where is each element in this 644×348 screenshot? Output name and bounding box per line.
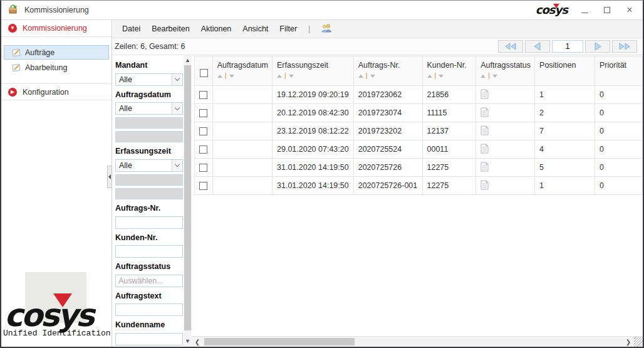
scroll-right-icon[interactable]: ❯ — [624, 337, 633, 347]
sidebar-item-auftraege[interactable]: Aufträge — [4, 45, 109, 60]
menu-aktionen[interactable]: Aktionen — [201, 24, 232, 33]
first-page-button[interactable] — [498, 40, 523, 53]
cell-auftrags_nr: 2020725524 — [353, 140, 422, 159]
row-checkbox[interactable] — [199, 109, 207, 117]
sort-desc-icon[interactable] — [370, 75, 375, 78]
sort-control[interactable]: | — [427, 73, 472, 79]
table-row[interactable]: 20.12.2019 08:42:30201972307411115 20 — [195, 104, 643, 122]
cell-auftrags_nr: 2019723202 — [353, 122, 422, 140]
sort-control[interactable]: | — [217, 73, 268, 79]
menu-ansicht[interactable]: Ansicht — [242, 24, 268, 33]
kunden-nr-input[interactable] — [115, 245, 183, 258]
sort-asc-icon[interactable] — [358, 75, 363, 78]
select-all-checkbox[interactable] — [200, 69, 208, 77]
table-h-scrollbar[interactable]: ❮ ❯ — [192, 336, 643, 347]
column-header-auftragsstatus[interactable]: Auftragsstatus | — [476, 56, 535, 86]
column-header-prioritaet[interactable]: Priorität — [595, 56, 643, 86]
scroll-up-icon[interactable]: ▲ — [184, 56, 192, 65]
table-row[interactable]: 31.01.2020 14:19:502020725726-00112275 1… — [195, 177, 643, 195]
next-page-button[interactable] — [585, 40, 610, 53]
chevron-down-icon[interactable] — [172, 103, 182, 114]
column-label: Kunden-Nr. — [427, 61, 472, 70]
sort-asc-icon[interactable] — [480, 75, 486, 78]
sort-desc-icon[interactable] — [492, 75, 497, 78]
window-title: Kommissionierung — [24, 6, 89, 14]
scrollbar-thumb[interactable] — [204, 338, 355, 345]
sort-control[interactable]: | — [277, 73, 350, 79]
auftragsdatum-from-field — [115, 117, 183, 129]
cell-auftrags_nr: 2020725726-001 — [353, 177, 422, 195]
cosys-logo-small: cosys — [536, 4, 568, 16]
auftragstext-input[interactable] — [115, 303, 183, 316]
maximize-button[interactable] — [601, 6, 613, 14]
row-checkbox[interactable] — [199, 182, 207, 190]
sort-asc-icon[interactable] — [277, 75, 282, 78]
column-header-auftragsdatum[interactable]: Auftragsdatum | — [212, 56, 272, 86]
row-checkbox[interactable] — [199, 145, 207, 154]
row-checkbox[interactable] — [199, 164, 207, 172]
sort-separator: | — [488, 72, 490, 79]
users-icon[interactable] — [321, 23, 332, 34]
cell-erfassungszeit: 23.12.2019 08:12:22 — [273, 122, 354, 140]
menubar: Datei Bearbeiten Aktionen Ansicht Filter… — [113, 20, 643, 38]
prev-page-button[interactable] — [525, 40, 550, 53]
column-header-kunden_nr[interactable]: Kunden-Nr. | — [422, 56, 476, 86]
filter-label-kundenname: Kundenname — [115, 320, 183, 330]
cell-auftragsstatus — [476, 86, 535, 104]
sidebar-item-abarbeitung[interactable]: Abarbeitung — [4, 60, 109, 75]
sidebar-collapse-handle[interactable] — [107, 166, 112, 188]
titlebar: Kommissionierung cosys × — [1, 1, 643, 20]
mandant-select[interactable]: Alle — [115, 73, 183, 86]
notepad-icon — [12, 63, 21, 72]
column-header-auftrags_nr[interactable]: Auftrags-Nr. | — [353, 56, 422, 86]
table-row[interactable]: 31.01.2020 14:19:50202072572612275 50 — [195, 159, 643, 177]
sort-asc-icon[interactable] — [217, 75, 222, 78]
menu-bearbeiten[interactable]: Bearbeiten — [152, 24, 189, 33]
scroll-down-icon[interactable]: ▼ — [184, 337, 192, 345]
auftragsdatum-select[interactable]: Alle — [115, 102, 183, 115]
sort-control[interactable]: | — [358, 73, 418, 79]
cell-erfassungszeit: 29.01.2020 07:43:20 — [273, 140, 354, 159]
kundenname-input[interactable] — [115, 333, 183, 345]
row-checkbox[interactable] — [199, 127, 207, 135]
cell-prioritaet: 0 — [595, 104, 643, 122]
scroll-left-icon[interactable]: ❮ — [193, 337, 202, 347]
table-row[interactable]: 23.12.2019 08:12:22201972320212137 70 — [195, 122, 643, 140]
chevron-down-icon[interactable] — [172, 74, 182, 85]
sidebar-group-kommissionierung[interactable]: ▼ Kommissionierung — [1, 20, 112, 37]
table-row[interactable]: 29.01.2020 07:43:20202072552400011 40 — [195, 140, 643, 159]
table-row[interactable]: 19.12.2019 09:20:19201972306221856 10 — [195, 86, 643, 104]
filter-label-auftragsdatum: Auftragsdatum — [115, 90, 183, 100]
cell-prioritaet: 0 — [595, 159, 643, 177]
sort-desc-icon[interactable] — [439, 75, 444, 78]
auftragsstatus-input[interactable] — [115, 275, 183, 287]
sidebar-group-konfiguration[interactable]: ▶ Konfiguration — [1, 83, 112, 100]
cosys-wordmark: cosys — [4, 300, 93, 331]
column-header-erfassungszeit[interactable]: Erfassungszeit | — [273, 56, 354, 86]
menu-datei[interactable]: Datei — [122, 24, 140, 33]
scrollbar-thumb[interactable] — [184, 65, 191, 330]
menu-filter[interactable]: Filter — [279, 24, 297, 33]
cell-prioritaet: 0 — [595, 86, 643, 104]
close-button[interactable]: × — [624, 5, 635, 15]
filter-scrollbar[interactable]: ▲ ▼ — [184, 56, 192, 347]
cosys-red-triangle — [553, 4, 559, 8]
sort-desc-icon[interactable] — [289, 75, 294, 78]
resize-grip[interactable] — [634, 337, 643, 347]
row-checkbox[interactable] — [199, 91, 207, 99]
document-icon — [480, 162, 489, 172]
minimize-button[interactable] — [579, 6, 590, 14]
sort-asc-icon[interactable] — [427, 75, 432, 78]
sort-control[interactable]: | — [480, 73, 531, 79]
auftragsdatum-to-field — [115, 131, 183, 142]
table-header-row: Auftragsdatum | Erfassungszeit | Auftrag… — [195, 56, 643, 86]
last-page-button[interactable] — [612, 40, 637, 53]
erfassungszeit-from-field — [115, 174, 183, 186]
sort-desc-icon[interactable] — [229, 75, 234, 78]
auftrags-nr-input[interactable] — [115, 216, 183, 229]
chevron-down-icon[interactable] — [172, 160, 182, 171]
document-icon — [480, 125, 489, 135]
erfassungszeit-select[interactable]: Alle — [115, 159, 183, 172]
column-header-positionen[interactable]: Positionen — [535, 56, 595, 86]
page-input[interactable] — [552, 40, 583, 53]
